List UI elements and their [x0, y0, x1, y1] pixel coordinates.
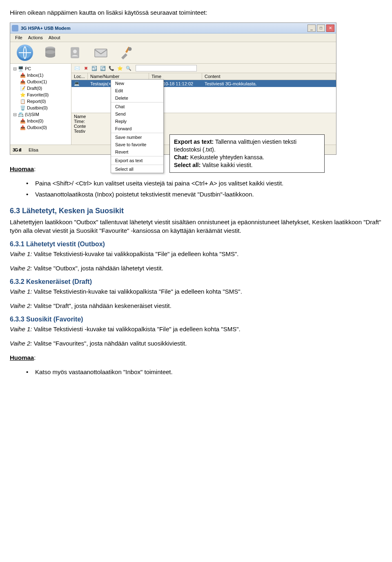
contacts-icon[interactable] [67, 45, 84, 61]
ctx-save-fav[interactable]: Save to favorite [111, 141, 163, 148]
row-loc-icon: 💻 [71, 80, 88, 87]
ctx-select-all[interactable]: Select all [111, 165, 163, 173]
tree-draft[interactable]: 📝Draft(0) [11, 85, 70, 91]
tree-report[interactable]: 📋Report(0) [11, 98, 70, 105]
trash-icon: 🗑️ [20, 105, 26, 111]
tree-label: (U)SIM [25, 112, 39, 117]
ctx-reply[interactable]: Reply [111, 118, 163, 125]
v2-label: Vaihe 2: [10, 265, 32, 272]
toolbar [10, 42, 336, 64]
ctx-new[interactable]: New [111, 80, 163, 87]
reply-icon[interactable]: ↩️ [91, 65, 98, 71]
ctx-revert[interactable]: Revert [111, 148, 163, 156]
draft-icon: 📝 [20, 85, 26, 91]
separator [111, 165, 163, 165]
note-label: Huomaa [10, 354, 34, 361]
ctx-chat[interactable]: Chat [111, 103, 163, 110]
p-63: Lähetettyjen laatikkoon "Outbox" tallent… [10, 218, 382, 235]
outbox-icon: 📤 [20, 125, 26, 130]
telephone-icon[interactable]: 📞 [108, 65, 115, 71]
list-item: Katso myös vastaanottolaatikon "Inbox" t… [26, 368, 382, 376]
annotation-box: Export as text: Tallenna valittujen vies… [169, 134, 325, 173]
tree-outbox[interactable]: 📤Outbox(1) [11, 78, 70, 85]
v2-label: Vaihe 2: [10, 340, 32, 347]
list-item: Paina <Shift>/ <Ctrl> kun valitset useit… [26, 179, 382, 187]
compose-icon[interactable]: ✉️ [74, 65, 80, 71]
tools-icon[interactable] [118, 45, 134, 61]
ctx-save-number[interactable]: Save number [111, 134, 163, 141]
close-button[interactable]: ✕ [326, 25, 334, 32]
window-title: 3G HSPA+ USB Modem [21, 26, 307, 31]
v1-text: Valitse Tekstiviesti -kuvake tai valikko… [32, 326, 241, 332]
folder-tree[interactable]: ⊟ 🖥️ PC 📥Inbox(1) 📤Outbox(1) 📝Draft(0) ⭐… [10, 64, 71, 145]
delete-icon[interactable]: ✖ [82, 65, 89, 71]
intro-text: Hiiren oikean näppäimen kautta on lisäks… [10, 8, 382, 17]
col-time[interactable]: Time [149, 73, 202, 80]
mini-toolbar: ✉️ ✖ ↩️ ↪️ 📞 ⭐ 🔍 [71, 64, 336, 73]
annot-l2-b: Chat: [174, 154, 189, 161]
menubar: File Actions About [10, 33, 336, 42]
h-631: 6.3.1 Lähetetyt viestit (Outbox) [10, 241, 382, 248]
favorite-icon[interactable]: ⭐ [117, 65, 123, 71]
v1-label: Vaihe 1: [10, 326, 32, 332]
v1-label: Vaihe 1: [10, 250, 32, 257]
app-icon [12, 25, 18, 31]
col-loc[interactable]: Loc... [71, 73, 88, 80]
list-item: Vastaanottolaatikosta (Inbox) poistetut … [26, 190, 382, 198]
tree-pc[interactable]: ⊟ 🖥️ PC [11, 65, 70, 72]
tree-label: Report(0) [27, 99, 46, 104]
tree-favorite[interactable]: ⭐Favorite(0) [11, 91, 70, 98]
v1-label: Vaihe 1: [10, 288, 32, 295]
message-list[interactable]: 💻 Testaaja(+358... 2011-10-18 11:12:02 T… [71, 80, 336, 113]
tree-label: Draft(0) [27, 86, 42, 91]
bullet-list: Paina <Shift>/ <Ctrl> kun valitset useit… [26, 179, 382, 198]
signal-icon: 3G ıll [13, 147, 21, 152]
h-633: 6.3.3 Suosikit (Favorite) [10, 316, 382, 323]
tree-label: Dustbin(0) [27, 105, 48, 110]
tree-sim-inbox[interactable]: 📥Inbox(0) [11, 118, 70, 124]
tree-sim[interactable]: ⊟ 📇 (U)SIM [11, 111, 70, 118]
sim-icon: 📇 [18, 112, 24, 117]
ctx-export[interactable]: Export as text [111, 157, 163, 164]
row-content: Testiviesti 3G-mokkulasta. [202, 80, 336, 87]
tree-sim-outbox[interactable]: 📤Outbox(0) [11, 124, 70, 131]
outbox-icon: 📤 [20, 79, 26, 85]
collapse-icon[interactable]: ⊟ [13, 66, 17, 71]
col-content[interactable]: Content [202, 73, 336, 80]
annot-l1-b: Export as text: [174, 138, 214, 145]
ctx-edit[interactable]: Edit [111, 87, 163, 94]
database-icon[interactable] [42, 45, 58, 61]
tree-label: Outbox(1) [27, 79, 47, 84]
menu-about[interactable]: About [46, 34, 63, 41]
col-name[interactable]: Name/Number [88, 73, 149, 80]
v2-text: Valitse "Favourites", josta nähdään vali… [32, 340, 187, 347]
globe-icon[interactable] [17, 45, 33, 61]
v2-label: Vaihe 2: [10, 302, 32, 309]
bullet-list: Katso myös vastaanottolaatikon "Inbox" t… [26, 368, 382, 376]
ctx-send[interactable]: Send [111, 110, 163, 118]
ctx-forward[interactable]: Forward [111, 125, 163, 132]
v2-text: Valitse "Draft", josta nähdään keskenerä… [32, 302, 172, 309]
search-input[interactable] [136, 65, 197, 71]
annot-l3: Valitse kaikki viestit. [200, 162, 252, 168]
menu-file[interactable]: File [13, 34, 25, 41]
mail-icon[interactable] [93, 45, 109, 61]
search-icon[interactable]: 🔍 [125, 65, 132, 71]
tree-dustbin[interactable]: 🗑️Dustbin(0) [11, 105, 70, 111]
svg-point-2 [45, 50, 55, 54]
note-label: Huomaa [10, 165, 34, 172]
svg-point-4 [73, 50, 77, 54]
inbox-icon: 📥 [20, 72, 26, 78]
tree-label: Inbox(1) [27, 73, 43, 78]
separator [111, 102, 163, 103]
menu-actions[interactable]: Actions [26, 34, 45, 41]
forward-icon[interactable]: ↪️ [100, 65, 106, 71]
tree-inbox[interactable]: 📥Inbox(1) [11, 72, 70, 78]
h-632: 6.3.2 Keskeneräiset (Draft) [10, 278, 382, 285]
ctx-delete[interactable]: Delete [111, 94, 163, 102]
maximize-button[interactable]: □ [317, 25, 325, 32]
collapse-icon[interactable]: ⊟ [13, 112, 17, 117]
svg-rect-5 [95, 49, 107, 57]
annot-l2: Keskustele yhteyden kanssa. [189, 154, 264, 161]
minimize-button[interactable]: _ [307, 25, 316, 32]
